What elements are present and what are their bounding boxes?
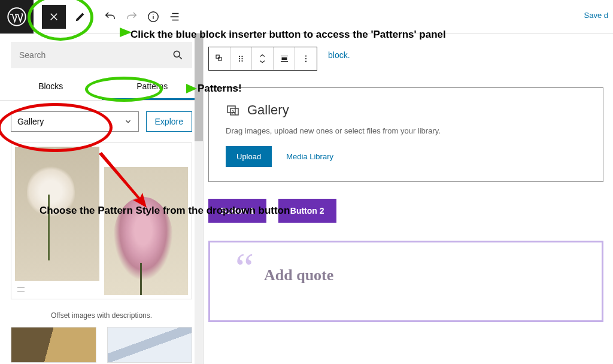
chevron-down-icon xyxy=(257,59,268,65)
pattern-thumbnail[interactable] xyxy=(11,327,96,363)
svg-point-13 xyxy=(305,58,306,59)
svg-point-12 xyxy=(305,55,306,56)
toolbar-drag-handle[interactable] xyxy=(230,47,252,70)
dropdown-value: Gallery xyxy=(17,117,44,126)
edit-tool[interactable] xyxy=(71,7,90,26)
tab-patterns[interactable]: Patterns xyxy=(102,74,204,100)
preview-caption: ———— xyxy=(15,283,99,295)
svg-point-10 xyxy=(241,60,242,62)
pencil-icon xyxy=(74,10,87,23)
pattern-thumbnail[interactable] xyxy=(107,327,193,363)
search-icon xyxy=(172,49,184,61)
redo-button[interactable] xyxy=(122,7,141,26)
toolbar-more[interactable] xyxy=(295,47,317,70)
toolbar-align[interactable] xyxy=(274,47,295,70)
svg-point-17 xyxy=(232,110,233,111)
quote-mark-icon: “ xyxy=(235,256,254,281)
preview-image xyxy=(104,167,189,295)
pattern-label: Offset images with descriptions. xyxy=(0,305,203,323)
block-toolbar xyxy=(208,47,317,71)
list-icon xyxy=(168,10,181,23)
search-bar xyxy=(11,42,192,68)
wordpress-icon xyxy=(7,7,26,26)
pattern-preview-card[interactable]: ———— xyxy=(11,142,192,299)
toolbar-move[interactable] xyxy=(252,47,274,70)
upload-button[interactable]: Upload xyxy=(226,146,272,167)
quote-placeholder: Add quote xyxy=(264,266,333,284)
outline-button[interactable] xyxy=(165,7,184,26)
redo-icon xyxy=(125,10,138,23)
svg-rect-3 xyxy=(216,55,219,58)
button-2[interactable]: Button 2 xyxy=(278,199,336,223)
editor-canvas: block. Gallery Drag images, upload new o… xyxy=(204,34,613,364)
media-library-link[interactable]: Media Library xyxy=(286,152,333,161)
close-inserter-button[interactable] xyxy=(42,5,66,29)
align-icon xyxy=(279,53,290,64)
gallery-subtitle: Drag images, upload new ones or select f… xyxy=(226,126,586,135)
svg-rect-4 xyxy=(218,57,221,60)
more-icon xyxy=(301,53,311,64)
gallery-header: Gallery xyxy=(226,102,586,118)
editor-topbar: Save d xyxy=(0,0,613,34)
svg-point-6 xyxy=(241,56,242,57)
inserter-sidebar: Blocks Patterns Gallery Explore ———— xyxy=(0,34,204,364)
pattern-preview-images: ———— xyxy=(11,143,192,299)
gallery-block[interactable]: Gallery Drag images, upload new ones or … xyxy=(208,87,603,182)
explore-button[interactable]: Explore xyxy=(146,111,192,132)
chevron-down-icon xyxy=(124,117,132,126)
svg-rect-11 xyxy=(281,57,287,60)
svg-point-2 xyxy=(174,51,180,57)
svg-point-5 xyxy=(238,56,239,57)
preview-image xyxy=(15,147,99,281)
wordpress-logo[interactable] xyxy=(0,0,34,34)
undo-button[interactable] xyxy=(101,7,120,26)
tab-blocks[interactable]: Blocks xyxy=(0,74,102,100)
svg-rect-16 xyxy=(230,108,238,115)
block-hint-text: block. xyxy=(328,50,350,60)
preview-caption xyxy=(104,147,189,165)
gallery-actions: Upload Media Library xyxy=(226,146,586,167)
sidebar-scrollbar[interactable] xyxy=(195,34,203,364)
svg-point-7 xyxy=(238,58,239,59)
buttons-block: Button 1 Button 2 xyxy=(208,199,613,223)
info-button[interactable] xyxy=(144,7,163,26)
undo-icon xyxy=(104,10,117,23)
button-1[interactable]: Button 1 xyxy=(208,199,266,223)
svg-rect-15 xyxy=(227,106,235,113)
toolbar-block-type[interactable] xyxy=(209,47,230,70)
pattern-category-dropdown[interactable]: Gallery xyxy=(11,111,139,132)
search-input[interactable] xyxy=(19,50,172,60)
info-icon xyxy=(147,10,160,23)
svg-point-8 xyxy=(241,58,242,59)
gallery-icon xyxy=(226,103,240,117)
chevron-up-icon xyxy=(257,53,268,59)
quote-block[interactable]: “ Add quote xyxy=(208,241,603,322)
block-icon xyxy=(214,53,225,64)
svg-point-14 xyxy=(305,60,306,62)
svg-point-9 xyxy=(238,60,239,62)
save-draft-link[interactable]: Save d xyxy=(584,11,608,20)
editor-main: Blocks Patterns Gallery Explore ———— xyxy=(0,34,613,364)
pattern-thumbnails xyxy=(0,323,203,363)
inserter-tabs: Blocks Patterns xyxy=(0,74,203,101)
drag-icon xyxy=(236,53,247,64)
gallery-title: Gallery xyxy=(247,102,289,118)
pattern-filter-row: Gallery Explore xyxy=(0,101,203,142)
close-icon xyxy=(48,11,59,22)
